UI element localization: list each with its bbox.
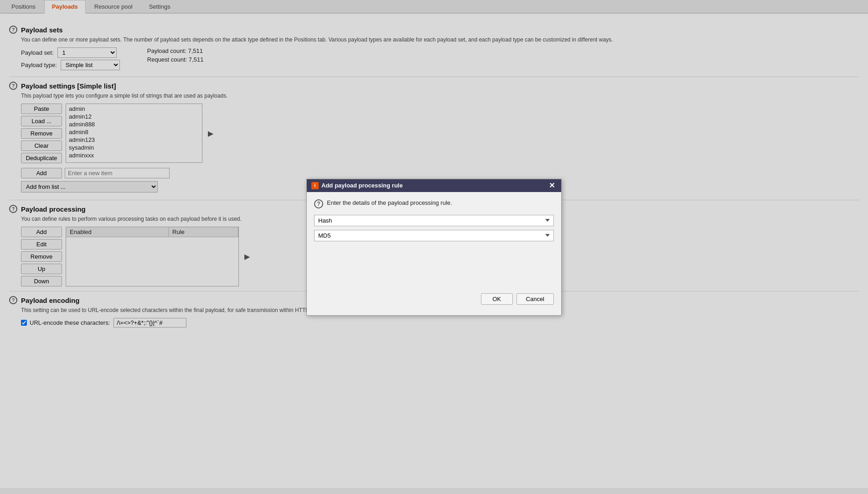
modal-titlebar-left: i Add payload processing rule bbox=[311, 182, 403, 189]
modal-overlay: i Add payload processing rule ✕ ? Enter … bbox=[0, 0, 868, 494]
modal-dialog: i Add payload processing rule ✕ ? Enter … bbox=[306, 179, 562, 316]
modal-cancel-button[interactable]: Cancel bbox=[517, 293, 554, 305]
modal-help-icon: ? bbox=[314, 199, 323, 208]
modal-body: ? Enter the details of the payload proce… bbox=[307, 192, 561, 252]
modal-type-select[interactable]: Hash Add prefix Add suffix Match/Replace… bbox=[314, 215, 554, 226]
modal-footer: OK Cancel bbox=[307, 289, 561, 312]
modal-help-text: Enter the details of the payload process… bbox=[327, 199, 452, 206]
modal-help-row: ? Enter the details of the payload proce… bbox=[314, 199, 554, 208]
modal-titlebar: i Add payload processing rule ✕ bbox=[307, 179, 561, 192]
modal-app-icon: i bbox=[311, 182, 319, 189]
modal-ok-button[interactable]: OK bbox=[481, 293, 513, 305]
modal-title: Add payload processing rule bbox=[321, 182, 403, 189]
modal-close-button[interactable]: ✕ bbox=[547, 182, 557, 189]
modal-subtype-select[interactable]: MD5 SHA-1 SHA-256 SHA-512 bbox=[314, 230, 554, 241]
